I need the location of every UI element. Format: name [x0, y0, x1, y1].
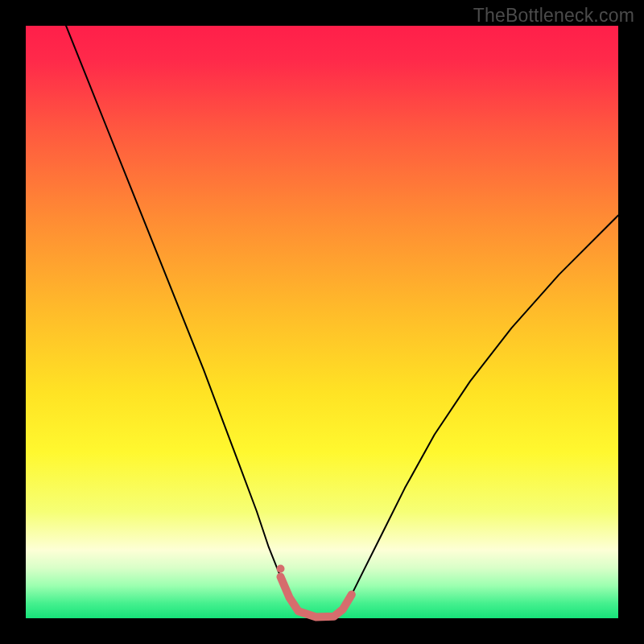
- bottleneck-curve: [61, 14, 618, 617]
- optimal-start-dot: [277, 565, 285, 573]
- chart-frame: TheBottleneck.com: [0, 0, 644, 644]
- optimal-region-highlight: [281, 577, 352, 617]
- chart-plot-area: [26, 26, 618, 618]
- bottleneck-curve-svg: [26, 26, 618, 618]
- watermark-text: TheBottleneck.com: [473, 5, 634, 27]
